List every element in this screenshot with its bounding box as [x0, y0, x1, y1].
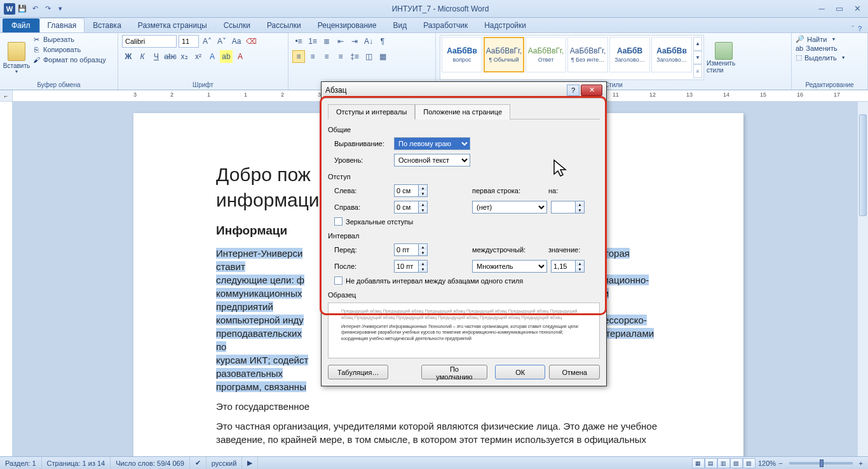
- clear-format-icon[interactable]: ⌫: [245, 35, 257, 48]
- cancel-button[interactable]: Отмена: [549, 365, 600, 379]
- style-item[interactable]: АаБбВвГг,¶ Обычный: [484, 37, 524, 72]
- qat-dropdown-icon[interactable]: ▾: [55, 3, 66, 15]
- highlight-icon[interactable]: ab: [220, 50, 233, 63]
- tab-addins[interactable]: Надстройки: [476, 18, 534, 32]
- superscript-button[interactable]: x²: [192, 50, 205, 63]
- grow-font-icon[interactable]: A˄: [201, 35, 214, 48]
- status-page[interactable]: Страница: 1 из 14: [42, 457, 111, 469]
- vertical-ruler[interactable]: [0, 102, 13, 456]
- format-painter-button[interactable]: 🖌Формат по образцу: [32, 55, 106, 64]
- style-item[interactable]: АаБбВвГг,¶ Без инте…: [567, 37, 608, 72]
- view-read-icon[interactable]: ▤: [705, 458, 717, 468]
- borders-icon[interactable]: ▦: [376, 50, 389, 63]
- redo-icon[interactable]: ↷: [42, 3, 53, 15]
- help-icon[interactable]: ?: [858, 25, 862, 32]
- tab-mailings[interactable]: Рассылки: [259, 18, 309, 32]
- tab-insert[interactable]: Вставка: [85, 18, 130, 32]
- status-words[interactable]: Число слов: 59/4 069: [111, 457, 190, 469]
- outline-level-select[interactable]: Основной текст: [394, 154, 470, 167]
- status-proofing-icon[interactable]: ✔: [190, 457, 207, 469]
- dialog-tab-position[interactable]: Положение на странице: [415, 104, 510, 119]
- line-spacing-icon[interactable]: ‡≡: [348, 50, 361, 63]
- text-effects-icon[interactable]: A: [206, 50, 219, 63]
- font-size-combo[interactable]: [179, 35, 199, 48]
- mirror-indents-checkbox[interactable]: Зеркальные отступы: [328, 217, 600, 226]
- decrease-indent-icon[interactable]: ⇤: [334, 35, 347, 48]
- doc-paragraph[interactable]: Это государственное: [216, 400, 661, 413]
- change-case-icon[interactable]: Aa: [230, 35, 243, 48]
- tab-developer[interactable]: Разработчик: [415, 18, 476, 32]
- italic-button[interactable]: К: [136, 50, 149, 63]
- styles-up-icon[interactable]: ▲: [693, 37, 702, 51]
- alignment-select[interactable]: По левому краю: [394, 137, 470, 150]
- zoom-out-icon[interactable]: −: [778, 459, 782, 467]
- dialog-help-icon[interactable]: ?: [567, 85, 580, 96]
- styles-gallery[interactable]: АаБбВввопрос АаБбВвГг,¶ Обычный АаБбВвГг…: [440, 35, 704, 80]
- save-icon[interactable]: 💾: [17, 3, 28, 15]
- change-styles-button[interactable]: Изменить стили: [707, 35, 741, 80]
- indent-left-spinner[interactable]: ▲▼: [394, 184, 428, 197]
- bullets-icon[interactable]: •≡: [292, 35, 305, 48]
- select-button[interactable]: ⬚Выделить▼: [796, 53, 864, 62]
- doc-paragraph[interactable]: Это частная организация, учредителями ко…: [216, 419, 661, 446]
- tab-pagelayout[interactable]: Разметка страницы: [130, 18, 215, 32]
- find-button[interactable]: 🔎Найти▼: [796, 35, 864, 43]
- replace-button[interactable]: abЗаменить: [796, 44, 864, 52]
- bold-button[interactable]: Ж: [122, 50, 135, 63]
- subscript-button[interactable]: x₂: [178, 50, 191, 63]
- increase-indent-icon[interactable]: ⇥: [348, 35, 361, 48]
- scrollbar-thumb[interactable]: [859, 114, 867, 216]
- tabs-button[interactable]: Табуляция…: [328, 365, 388, 379]
- indent-right-spinner[interactable]: ▲▼: [394, 201, 428, 214]
- status-macro-icon[interactable]: ▶: [242, 457, 258, 469]
- style-item[interactable]: АаБбВЗаголово…: [609, 37, 650, 72]
- status-language[interactable]: русский: [207, 457, 242, 469]
- firstline-select[interactable]: (нет): [472, 201, 547, 214]
- tab-review[interactable]: Рецензирование: [309, 18, 385, 32]
- dialog-close-icon[interactable]: ✕: [581, 85, 602, 96]
- style-item[interactable]: АаБбВвЗаголово…: [651, 37, 692, 72]
- undo-icon[interactable]: ↶: [29, 3, 41, 15]
- dialog-tab-indents[interactable]: Отступы и интервалы: [328, 104, 415, 119]
- shading-icon[interactable]: ◫: [362, 50, 375, 63]
- restore-icon[interactable]: ▭: [834, 3, 845, 15]
- line-spacing-select[interactable]: Множитель: [472, 260, 547, 273]
- multilevel-icon[interactable]: ≣: [320, 35, 333, 48]
- shrink-font-icon[interactable]: A˅: [215, 35, 228, 48]
- space-after-spinner[interactable]: ▲▼: [394, 260, 428, 273]
- default-button[interactable]: По умолчанию: [421, 365, 487, 379]
- zoom-level[interactable]: 120%: [758, 459, 776, 467]
- line-spacing-value-spinner[interactable]: ▲▼: [551, 260, 585, 273]
- align-right-icon[interactable]: ≡: [320, 50, 333, 63]
- view-web-icon[interactable]: ▥: [717, 458, 730, 468]
- justify-icon[interactable]: ≡: [334, 50, 347, 63]
- styles-more-icon[interactable]: ≡: [693, 64, 702, 78]
- file-tab[interactable]: Файл: [3, 18, 39, 32]
- underline-button[interactable]: Ч: [150, 50, 163, 63]
- view-draft-icon[interactable]: ▨: [743, 458, 756, 468]
- sort-icon[interactable]: A↓: [362, 35, 375, 48]
- view-print-icon[interactable]: ▦: [692, 458, 705, 468]
- cut-button[interactable]: ✂Вырезать: [32, 35, 106, 44]
- zoom-slider[interactable]: [789, 462, 853, 465]
- style-item[interactable]: АаБбВвГг,Ответ: [526, 37, 566, 72]
- styles-down-icon[interactable]: ▼: [693, 51, 702, 65]
- no-space-same-style-checkbox[interactable]: Не добавлять интервал между абзацами одн…: [328, 276, 600, 285]
- vertical-scrollbar[interactable]: [857, 102, 868, 456]
- zoom-in-icon[interactable]: +: [859, 459, 863, 467]
- space-before-spinner[interactable]: ▲▼: [394, 243, 428, 256]
- ribbon-minimize-icon[interactable]: ˇ: [851, 25, 854, 32]
- show-marks-icon[interactable]: ¶: [376, 35, 389, 48]
- style-item[interactable]: АаБбВввопрос: [442, 37, 482, 72]
- align-left-icon[interactable]: ≡: [292, 50, 305, 63]
- copy-button[interactable]: ⎘Копировать: [32, 45, 106, 54]
- ok-button[interactable]: ОК: [495, 365, 546, 379]
- font-color-icon[interactable]: A: [234, 50, 247, 63]
- view-outline-icon[interactable]: ▧: [730, 458, 743, 468]
- tab-references[interactable]: Ссылки: [215, 18, 259, 32]
- dialog-titlebar[interactable]: Абзац ? ✕: [322, 82, 606, 99]
- tab-selector[interactable]: ⌐: [0, 90, 13, 101]
- numbering-icon[interactable]: 1≡: [306, 35, 319, 48]
- status-section[interactable]: Раздел: 1: [0, 457, 42, 469]
- align-center-icon[interactable]: ≡: [306, 50, 319, 63]
